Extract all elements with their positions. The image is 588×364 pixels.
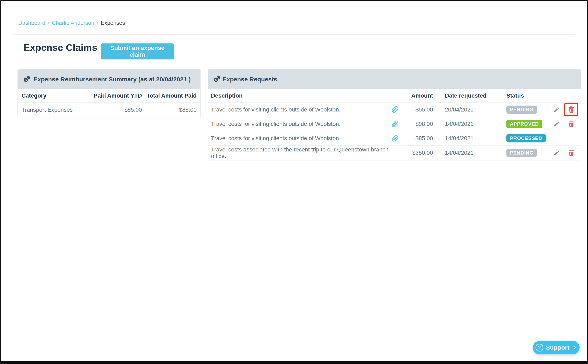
expense-request-row: Travel costs for visiting clients outsid… xyxy=(208,117,581,131)
summary-col-category: Category xyxy=(21,92,87,99)
request-description: Travel costs associated with the recent … xyxy=(211,146,402,159)
requests-col-status: Status xyxy=(496,92,549,99)
request-amount: $55.00 xyxy=(402,106,433,113)
edit-pencil-icon[interactable] xyxy=(553,106,560,113)
request-amount: $85.00 xyxy=(402,135,433,142)
expense-reimbursement-summary-panel: $ Expense Reimbursement Summary (as at 2… xyxy=(17,69,201,117)
requests-panel-title: Expense Requests xyxy=(222,76,277,83)
summary-table-body: Transport Expenses $85.00 $85.00 xyxy=(18,103,200,117)
header-divider xyxy=(13,34,575,35)
help-question-icon: ? xyxy=(536,344,543,351)
request-date: 14/04/2021 xyxy=(433,135,496,142)
requests-col-amount: Amount xyxy=(402,92,433,99)
status-badge: PROCESSED xyxy=(506,134,546,143)
summary-panel-header: $ Expense Reimbursement Summary (as at 2… xyxy=(18,70,200,89)
request-description: Travel costs for visiting clients outsid… xyxy=(211,106,392,113)
chevron-right-icon xyxy=(572,345,577,350)
requests-table-header: Description Amount Date requested Status xyxy=(208,89,581,103)
request-description: Travel costs for visiting clients outsid… xyxy=(211,135,392,142)
summary-category-cell: Transport Expenses xyxy=(21,107,87,113)
breadcrumb-separator: / xyxy=(97,20,98,26)
coins-icon: $ xyxy=(213,76,221,83)
status-badge: PENDING xyxy=(506,149,537,157)
breadcrumb-link[interactable]: Charlie Anderson xyxy=(52,20,94,26)
attachment-paperclip-icon[interactable] xyxy=(392,121,399,128)
expense-request-row: Travel costs for visiting clients outsid… xyxy=(208,131,581,146)
summary-table-row: Transport Expenses $85.00 $85.00 xyxy=(18,103,200,117)
edit-pencil-icon[interactable] xyxy=(553,121,560,127)
expense-claims-page: Dashboard/Charlie Anderson/Expenses Expe… xyxy=(0,0,588,364)
expense-request-row: Travel costs for visiting clients outsid… xyxy=(208,103,581,117)
edit-pencil-icon[interactable] xyxy=(553,150,560,156)
requests-col-date: Date requested xyxy=(433,92,496,99)
breadcrumb: Dashboard/Charlie Anderson/Expenses xyxy=(18,20,125,26)
status-badge: PENDING xyxy=(506,105,537,114)
breadcrumb-separator: / xyxy=(48,20,49,26)
summary-table-header: Category Paid Amount YTD Total Amount Pa… xyxy=(18,89,200,103)
svg-text:$: $ xyxy=(215,78,217,82)
breadcrumb-current: Expenses xyxy=(101,20,125,26)
expense-request-row: Travel costs associated with the recent … xyxy=(208,146,581,160)
svg-text:$: $ xyxy=(25,78,27,82)
summary-col-paid-ytd: Paid Amount YTD xyxy=(87,92,142,99)
requests-col-description: Description xyxy=(211,92,402,99)
request-amount: $98.00 xyxy=(402,121,433,127)
support-button[interactable]: ? Support xyxy=(533,341,580,354)
request-amount: $350.00 xyxy=(402,150,433,156)
summary-paid-ytd-cell: $85.00 xyxy=(87,107,142,113)
breadcrumb-link[interactable]: Dashboard xyxy=(18,20,45,26)
attachment-paperclip-icon[interactable] xyxy=(392,135,399,142)
delete-trash-icon[interactable] xyxy=(568,150,574,156)
request-date: 14/04/2021 xyxy=(433,150,496,156)
delete-trash-icon[interactable] xyxy=(568,121,574,128)
status-badge: APPROVED xyxy=(506,120,542,128)
request-date: 14/04/2021 xyxy=(433,121,496,127)
summary-total-paid-cell: $85.00 xyxy=(142,107,197,113)
summary-col-total-paid: Total Amount Paid xyxy=(142,92,197,99)
delete-trash-icon[interactable] xyxy=(568,106,574,113)
request-date: 20/04/2021 xyxy=(433,106,496,113)
submit-expense-claim-button[interactable]: Submit an expense claim xyxy=(101,43,174,59)
requests-table-body: Travel costs for visiting clients outsid… xyxy=(208,103,581,160)
requests-panel-header: $ Expense Requests xyxy=(208,70,581,89)
coins-icon: $ xyxy=(23,76,31,83)
attachment-paperclip-icon[interactable] xyxy=(392,106,399,113)
summary-panel-title: Expense Reimbursement Summary (as at 20/… xyxy=(33,76,191,83)
expense-requests-panel: $ Expense Requests Description Amount Da… xyxy=(208,69,581,161)
support-label: Support xyxy=(546,344,569,351)
request-description: Travel costs for visiting clients outsid… xyxy=(211,121,392,127)
page-title: Expense Claims xyxy=(24,42,97,53)
